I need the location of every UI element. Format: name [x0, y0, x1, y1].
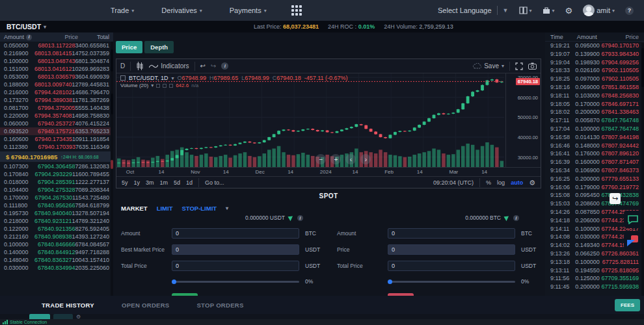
percent-slider[interactable]: [172, 281, 299, 283]
trades-scrollbar[interactable]: [641, 43, 644, 296]
price-input[interactable]: [388, 244, 515, 255]
orderbook-row[interactable]: 0.21600067994.42810214686.796470: [0, 88, 113, 96]
bottom-tab-0[interactable]: TRADE HISTORY: [42, 302, 94, 309]
order-type-caret-icon[interactable]: ▾: [226, 205, 228, 211]
scroll-right-button[interactable]: ›: [360, 154, 371, 164]
help-icon[interactable]: ?: [625, 6, 634, 15]
orderbook-row[interactable]: 0.10730067904.3064587286.132083: [0, 162, 113, 170]
info-icon[interactable]: i: [297, 215, 303, 221]
tab-stop-limit[interactable]: STOP-LIMIT: [181, 205, 217, 212]
docs-menu[interactable]: ▾: [519, 6, 532, 14]
language-caret-icon[interactable]: ▼: [503, 7, 509, 14]
apps-grid-icon[interactable]: [291, 5, 302, 16]
tab-price[interactable]: Price: [116, 41, 142, 53]
orderbook-row[interactable]: 0.21800067840.92312114789.321240: [0, 217, 113, 225]
wallet-menu[interactable]: ▾: [543, 6, 555, 14]
user-menu[interactable]: amit ▾: [583, 5, 615, 16]
tab-limit[interactable]: LIMIT: [157, 205, 173, 212]
save-button[interactable]: Save ▾: [473, 62, 504, 70]
bottom-tab-1[interactable]: OPEN ORDERS: [122, 302, 170, 309]
legend-settings-icon[interactable]: [163, 84, 167, 88]
clock[interactable]: 09:20:04 (UTC): [433, 179, 474, 186]
orderbook-row[interactable]: 0.21690068013.08141514752.037359: [0, 49, 113, 57]
language-selector[interactable]: Select Language ▼: [438, 6, 509, 15]
orderbook-row[interactable]: 0.16060067940.17343510911.191854: [0, 135, 113, 143]
bottom-tab-2[interactable]: STOP ORDERS: [196, 302, 243, 309]
redo-icon[interactable]: ↪: [211, 62, 216, 70]
axis-settings-gear-icon[interactable]: ⚙: [529, 179, 535, 187]
orderbook-row[interactable]: 0.18800068013.00974012789.445831: [0, 81, 113, 88]
total-price-input[interactable]: [388, 261, 515, 271]
orderbook-row[interactable]: 0.10000067840.8466666784.084567: [0, 240, 113, 248]
caret-down-icon[interactable]: ▾: [172, 75, 174, 81]
indicators-button[interactable]: Indicators: [149, 62, 189, 70]
orderbook-row[interactable]: 0.17327067994.38903811781.387269: [0, 96, 113, 104]
orderbook-row[interactable]: 0.05300068013.0365793604.690939: [0, 73, 113, 81]
orderbook-row[interactable]: 0.11238067940.1703937635.116349: [0, 143, 113, 151]
orderbook-row[interactable]: 0.17084067904.29322911600.789455: [0, 170, 113, 178]
orderbook-row[interactable]: 0.01800067904.2853911222.277137: [0, 178, 113, 186]
support-chat-button[interactable]: [624, 211, 641, 228]
messenger-button[interactable]: [624, 232, 641, 250]
orderbook-row[interactable]: 0.08170067994.3750055555.140438: [0, 104, 113, 112]
tab-market[interactable]: MARKET: [121, 205, 148, 212]
range-5d[interactable]: 5d: [174, 179, 180, 186]
slider-handle[interactable]: [388, 280, 392, 284]
legend-eye-icon[interactable]: [156, 84, 160, 88]
legend-more-icon[interactable]: [169, 84, 173, 88]
range-1m[interactable]: 1m: [160, 179, 168, 186]
range-1d[interactable]: 1d: [186, 179, 193, 186]
orderbook-scrollbar[interactable]: [111, 42, 113, 296]
fees-button[interactable]: FEES: [615, 299, 640, 311]
slider-handle[interactable]: [172, 280, 176, 284]
tab-depth[interactable]: Depth: [144, 41, 174, 53]
orderbook-row[interactable]: 0.14000067840.8449129497.718288: [0, 248, 113, 256]
transfer-arrow-icon[interactable]: [288, 214, 294, 221]
fullscreen-icon[interactable]: [515, 62, 523, 70]
orderbook-row[interactable]: 0.06000067940.2537274076.415224: [0, 120, 113, 127]
orderbook-row[interactable]: 0.17000067904.26753011543.725480: [0, 194, 113, 202]
orderbook-row[interactable]: 0.15100068013.04161210269.969283: [0, 65, 113, 73]
legend-toggle-icon[interactable]: [120, 75, 126, 81]
amount-input[interactable]: [172, 228, 299, 239]
orderbook-row[interactable]: 0.10440067904.2753287089.208344: [0, 186, 113, 194]
range-5y[interactable]: 5y: [122, 179, 128, 186]
menu-trade[interactable]: Trade▾: [111, 6, 134, 14]
share-button[interactable]: ↪: [610, 193, 621, 204]
orderbook-row[interactable]: 0.22000067994.35740814958.758830: [0, 112, 113, 120]
orderbook-row[interactable]: 0.21216067840.90893814393.127240: [0, 233, 113, 240]
info-icon[interactable]: i: [26, 34, 32, 40]
range-3m[interactable]: 3m: [146, 179, 154, 186]
menu-payments[interactable]: Payments▾: [230, 6, 267, 14]
orderbook-row[interactable]: 0.09352067940.1757216353.765233: [0, 127, 113, 135]
percent-slider[interactable]: [388, 281, 515, 283]
time-axis[interactable]: Oct14Nov14Dec14202414Feb14Mar14: [116, 167, 541, 176]
range-1y[interactable]: 1y: [134, 179, 141, 186]
chart-info-icon[interactable]: i: [221, 62, 228, 70]
pair-selector[interactable]: BTC/USDT ▾: [7, 23, 46, 31]
caret-down-icon[interactable]: ▾: [151, 83, 154, 88]
percent-scale-button[interactable]: %: [486, 179, 491, 186]
amount-input[interactable]: [388, 228, 515, 239]
chart-plot[interactable]: 70000.0060000.0050000.0040000.0030000.00…: [116, 73, 541, 167]
orderbook-row[interactable]: 0.11180067840.9562667584.618799: [0, 202, 113, 209]
zoom-in-button[interactable]: +: [330, 154, 341, 164]
transfer-arrow-icon[interactable]: [503, 214, 510, 221]
price-axis[interactable]: 70000.0060000.0050000.0040000.0030000.00: [505, 73, 541, 167]
goto-button[interactable]: Go to...: [205, 179, 224, 186]
orderbook-row[interactable]: 0.14804067840.83632710043.157410: [0, 256, 113, 264]
auto-scale-button[interactable]: auto: [511, 179, 523, 186]
menu-derivatives[interactable]: Derivatives▾: [161, 6, 202, 14]
orderbook-row[interactable]: 0.19573067840.94004013278.507194: [0, 209, 113, 217]
zoom-out-button[interactable]: −: [315, 154, 326, 164]
undo-icon[interactable]: ↩: [200, 62, 206, 70]
info-icon[interactable]: i: [513, 215, 519, 221]
total-price-input[interactable]: [172, 261, 299, 271]
settings-gear-icon[interactable]: ⚙: [565, 6, 573, 16]
interval-button[interactable]: D: [120, 62, 125, 70]
orderbook-row[interactable]: 0.10000068013.0487436801.304874: [0, 57, 113, 65]
candle-style-icon[interactable]: [136, 62, 144, 70]
log-scale-button[interactable]: log: [497, 179, 505, 186]
orderbook-row[interactable]: 0.05000068013.1172283400.655861: [0, 42, 113, 49]
camera-icon[interactable]: [528, 62, 537, 70]
